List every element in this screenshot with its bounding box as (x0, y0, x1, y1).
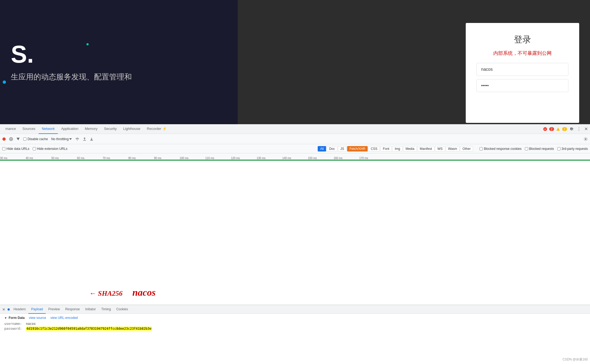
tick-130ms: 130 ms (257, 157, 266, 160)
filter-btn-css[interactable]: CSS (368, 146, 380, 151)
throttle-chevron-icon (69, 138, 72, 140)
tick-160ms: 160 ms (334, 157, 343, 160)
form-row-username: username: nacos (4, 322, 586, 326)
warn-triangle-icon (556, 127, 560, 131)
filter-btn-ws[interactable]: WS (435, 146, 445, 151)
tick-40ms: 40 ms (26, 157, 33, 160)
password-field[interactable] (477, 79, 568, 92)
filter-btn-other[interactable]: Other (460, 146, 473, 151)
tick-50ms: 50 ms (51, 157, 59, 160)
filter-btn-manifest[interactable]: Manifest (417, 146, 434, 151)
type-filter-buttons: All Doc JS Fetch/XHR CSS Font Img Media … (318, 146, 473, 151)
tick-140ms: 140 ms (282, 157, 291, 160)
request-detail-panel: ✕ Headers Payload Preview Response Initi… (0, 305, 590, 364)
webpage-area: S. 生应用的动态服务发现、配置管理和 登录 内部系统，不可暴露到公网 (0, 0, 590, 124)
filter-btn-all[interactable]: All (318, 146, 326, 151)
login-warning: 内部系统，不可暴露到公网 (493, 50, 552, 56)
detail-tab-response[interactable]: Response (62, 305, 82, 314)
detail-tab-headers[interactable]: Headers (11, 305, 28, 314)
record-icon[interactable] (2, 137, 6, 141)
svg-marker-2 (557, 127, 560, 131)
filter-btn-js[interactable]: JS (338, 146, 347, 151)
form-data-header: ▼ Form Data view source view URL-encoded (4, 316, 586, 320)
dot-teal-decoration (86, 43, 89, 45)
tick-100ms: 100 ms (180, 157, 189, 160)
tab-memory[interactable]: Memory (82, 124, 101, 134)
detail-tab-timing[interactable]: Timing (99, 305, 114, 314)
form-data-content: ▼ Form Data view source view URL-encoded… (0, 314, 590, 364)
password-key: password: (4, 327, 26, 331)
third-party-requests-checkbox[interactable]: 3rd-party requests (557, 147, 588, 151)
tick-70ms: 70 ms (103, 157, 110, 160)
tick-110ms: 110 ms (205, 157, 214, 160)
devtools-close-button[interactable]: ✕ (584, 126, 588, 132)
tick-120ms: 120 ms (231, 157, 240, 160)
tab-sources[interactable]: Sources (19, 124, 39, 134)
tab-performance[interactable]: mance (2, 124, 19, 134)
tick-170ms: 170 ms (359, 157, 368, 160)
filter-btn-font[interactable]: Font (380, 146, 392, 151)
error-count-badge: 2 (549, 127, 554, 131)
wifi-icon (75, 137, 79, 141)
subtitle-text: 生应用的动态服务发现、配置管理和 (11, 72, 227, 82)
view-source-link[interactable]: view source (29, 316, 46, 320)
blocked-requests-checkbox[interactable]: Blocked requests (525, 147, 554, 151)
blocked-response-cookies-checkbox[interactable]: Blocked response cookies (480, 147, 521, 151)
detail-tab-cookies[interactable]: Cookies (113, 305, 130, 314)
login-title: 登录 (514, 34, 531, 46)
hide-extension-urls-checkbox[interactable]: Hide extension URLs (33, 147, 68, 151)
throttle-select[interactable]: No throttling (51, 137, 72, 141)
filter-btn-media[interactable]: Media (403, 146, 417, 151)
svg-point-3 (2, 137, 6, 141)
clear-icon[interactable] (9, 137, 13, 141)
filter-btn-img[interactable]: Img (392, 146, 403, 151)
devtools-icons: ✕ 2 1 ⋮ ✕ (543, 126, 588, 132)
tab-security[interactable]: Security (101, 124, 120, 134)
filter-btn-fetch-xhr[interactable]: Fetch/XHR (347, 146, 368, 151)
tab-network[interactable]: Network (39, 124, 58, 134)
svg-text:✕: ✕ (544, 128, 546, 131)
tick-150ms: 150 ms (308, 157, 317, 160)
tab-recorder[interactable]: Recorder ⚡ (144, 124, 170, 134)
detail-tab-initiator[interactable]: Initiator (82, 305, 98, 314)
csdn-watermark: CSDN @休量160 (562, 357, 588, 362)
login-card: 登录 内部系统，不可暴露到公网 (466, 23, 579, 123)
detail-tab-payload[interactable]: Payload (28, 305, 45, 314)
devtools-tabs-bar: mance Sources Network Application Memory… (0, 124, 590, 134)
password-value: 4d1916c1f1c3e212d960f04591a8daf370319479… (26, 327, 152, 331)
download-icon[interactable] (90, 137, 93, 141)
form-row-password: password: 4d1916c1f1c3e212d960f04591a8da… (4, 327, 586, 331)
filter-icon[interactable] (16, 137, 20, 141)
more-options-button[interactable]: ⋮ (577, 126, 581, 132)
blocked-options: Blocked response cookies Blocked request… (480, 147, 588, 151)
tick-90ms: 90 ms (154, 157, 161, 160)
filter-btn-doc[interactable]: Doc (327, 146, 337, 151)
upload-icon[interactable] (83, 137, 86, 141)
filter-btn-wasm[interactable]: Wasm (446, 146, 460, 151)
username-field[interactable] (477, 63, 568, 76)
left-background: S. 生应用的动态服务发现、配置管理和 (0, 0, 238, 124)
dot-blue-decoration (3, 80, 6, 84)
tab-lighthouse[interactable]: Lighthouse (120, 124, 144, 134)
request-list (0, 161, 590, 305)
request-indicator-dot (8, 308, 10, 311)
devtools-settings-button[interactable] (569, 126, 575, 132)
disable-cache-checkbox[interactable]: Disable cache (23, 137, 48, 141)
detail-tab-preview[interactable]: Preview (46, 305, 63, 314)
detail-tabs-bar: ✕ Headers Payload Preview Response Initi… (0, 305, 590, 314)
tab-application[interactable]: Application (58, 124, 82, 134)
tick-30ms: 30 ms (0, 157, 7, 160)
filter-bar: Hide data URLs Hide extension URLs All D… (0, 144, 590, 153)
username-value: nacos (26, 322, 36, 326)
filter-checkbox-group: Hide data URLs Hide extension URLs (2, 147, 317, 151)
request-rows-area (0, 161, 590, 305)
timeline-bar: 30 ms 40 ms 50 ms 60 ms 70 ms 80 ms 90 m… (0, 153, 590, 161)
hide-data-urls-checkbox[interactable]: Hide data URLs (2, 147, 29, 151)
tick-60ms: 60 ms (77, 157, 84, 160)
detail-close-button[interactable]: ✕ (2, 307, 5, 312)
network-toolbar: Disable cache No throttling (0, 134, 590, 144)
devtools-panel: mance Sources Network Application Memory… (0, 124, 590, 364)
network-settings-icon[interactable] (584, 137, 588, 141)
svg-point-7 (585, 138, 586, 140)
view-url-encoded-link[interactable]: view URL-encoded (51, 316, 78, 320)
